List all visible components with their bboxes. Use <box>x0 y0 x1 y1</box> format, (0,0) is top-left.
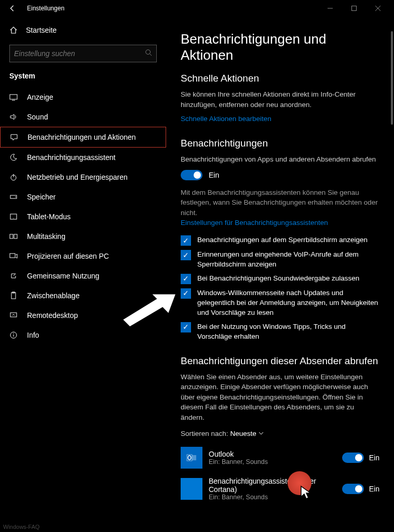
multitask-icon <box>9 232 18 241</box>
svg-rect-14 <box>10 254 15 258</box>
focus-assist-link[interactable]: Einstellungen für Benachrichtigungsassis… <box>181 219 328 227</box>
svg-rect-4 <box>10 95 17 99</box>
senders-title: Benachrichtigungen dieser Absender abruf… <box>181 355 379 367</box>
sender-sub: Ein: Banner, Sounds <box>209 494 336 501</box>
project-icon <box>9 252 18 260</box>
sidebar-item-label: Projizieren auf diesen PC <box>27 252 109 260</box>
sender-toggle[interactable] <box>342 484 364 494</box>
sender-name: Outlook <box>209 450 336 458</box>
svg-rect-23 <box>192 455 196 460</box>
checkbox-lockscreen[interactable]: ✓ <box>181 235 191 246</box>
sidebar-item-label: Benachrichtigungsassistent <box>27 153 115 162</box>
checkbox-reminders[interactable]: ✓ <box>181 250 191 260</box>
search-input[interactable] <box>14 49 145 58</box>
sidebar-item-focus-assist[interactable]: Benachrichtigungsassistent <box>0 148 166 167</box>
maximize-button[interactable] <box>342 0 366 17</box>
svg-line-3 <box>150 54 152 56</box>
quick-actions-desc: Sie können Ihre schnellen Aktionen direk… <box>181 89 379 110</box>
svg-rect-15 <box>11 292 16 299</box>
sidebar-item-label: Netzbetrieb und Energiesparen <box>27 173 128 181</box>
svg-rect-13 <box>14 234 17 238</box>
sidebar-item-sound[interactable]: Sound <box>0 107 166 127</box>
svg-rect-17 <box>10 313 17 317</box>
sender-sub: Ein: Banner, Sounds <box>209 458 336 466</box>
sort-value: Neueste <box>230 430 256 437</box>
titlebar: Einstellungen <box>0 0 394 17</box>
moon-icon <box>9 153 18 162</box>
sound-icon <box>9 113 18 121</box>
sidebar-item-shared[interactable]: Gemeinsame Nutzung <box>0 266 166 286</box>
home-label: Startseite <box>26 26 57 34</box>
sidebar-item-label: Benachrichtigungen und Aktionen <box>28 133 136 141</box>
sidebar-item-remote[interactable]: Remotedesktop <box>0 305 166 325</box>
sidebar: Startseite System Anzeige Sound Benachri… <box>0 17 166 532</box>
search-icon <box>145 49 152 58</box>
sidebar-item-display[interactable]: Anzeige <box>0 87 166 107</box>
close-button[interactable] <box>366 0 390 17</box>
page-heading: Benachrichtigungen und Aktionen <box>181 31 379 63</box>
checkbox-label: Bei Benachrichtigungen Soundwiedergabe z… <box>197 274 359 284</box>
sender-toggle-state: Ein <box>369 485 379 493</box>
sidebar-item-label: Anzeige <box>27 93 53 101</box>
sort-label: Sortieren nach: <box>181 430 228 437</box>
sidebar-item-power[interactable]: Netzbetrieb und Energiesparen <box>0 167 166 187</box>
cortana-icon <box>181 478 202 500</box>
sidebar-item-label: Sound <box>27 113 48 121</box>
checkbox-label: Erinnerungen und eingehende VoIP-Anrufe … <box>197 250 379 270</box>
sort-dropdown[interactable]: Sortieren nach: Neueste <box>181 430 379 437</box>
svg-point-20 <box>13 333 13 334</box>
back-button[interactable] <box>4 5 21 12</box>
power-icon <box>9 173 18 181</box>
search-box[interactable] <box>9 45 157 62</box>
sidebar-category: System <box>0 69 166 87</box>
remote-icon <box>9 311 18 320</box>
senders-desc: Wählen Sie einen Absender aus, um weiter… <box>181 372 379 423</box>
sidebar-item-notifications[interactable]: Benachrichtigungen und Aktionen <box>0 127 166 148</box>
storage-icon <box>9 193 18 201</box>
sender-toggle[interactable] <box>342 453 364 463</box>
sidebar-item-label: Info <box>27 331 39 339</box>
checkbox-label: Benachrichtigungen auf dem Sperrbildschi… <box>197 235 368 245</box>
checkbox-tips[interactable]: ✓ <box>181 322 191 332</box>
content-area: Benachrichtigungen und Aktionen Schnelle… <box>166 17 394 532</box>
display-icon <box>9 93 18 101</box>
home-link[interactable]: Startseite <box>0 21 166 39</box>
svg-point-9 <box>15 196 16 197</box>
tablet-icon <box>9 212 18 221</box>
sidebar-item-label: Speicher <box>27 193 56 201</box>
notifications-toggle[interactable] <box>181 170 202 180</box>
chevron-down-icon <box>259 430 264 437</box>
share-icon <box>9 272 18 280</box>
checkbox-sound[interactable]: ✓ <box>181 274 191 284</box>
clipboard-icon <box>9 291 18 300</box>
sidebar-item-about[interactable]: Info <box>0 325 166 345</box>
info-icon <box>9 331 18 339</box>
sidebar-item-label: Gemeinsame Nutzung <box>27 272 99 280</box>
edit-quick-actions-link[interactable]: Schnelle Aktionen bearbeiten <box>181 115 271 123</box>
watermark: Windows-FAQ <box>3 524 39 530</box>
sidebar-item-label: Zwischenablage <box>27 291 79 300</box>
notifications-title: Benachrichtigungen <box>181 138 379 149</box>
scrollbar[interactable] <box>391 31 393 125</box>
quick-actions-title: Schnelle Aktionen <box>181 73 379 84</box>
checkbox-welcome[interactable]: ✓ <box>181 288 191 299</box>
sidebar-item-label: Tablet-Modus <box>27 212 71 221</box>
outlook-icon <box>181 447 202 469</box>
sidebar-item-clipboard[interactable]: Zwischenablage <box>0 286 166 305</box>
sender-outlook[interactable]: Outlook Ein: Banner, Sounds Ein <box>181 443 379 473</box>
sidebar-item-label: Multitasking <box>27 232 65 241</box>
sidebar-item-storage[interactable]: Speicher <box>0 187 166 207</box>
svg-point-11 <box>13 218 13 218</box>
sidebar-item-projecting[interactable]: Projizieren auf diesen PC <box>0 246 166 266</box>
sidebar-item-label: Remotedesktop <box>27 311 78 320</box>
sender-toggle-state: Ein <box>369 454 379 462</box>
svg-rect-12 <box>10 234 13 238</box>
sender-cortana[interactable]: Benachrichtigungsassistent (über Cortana… <box>181 473 379 505</box>
svg-point-2 <box>146 50 151 55</box>
minimize-button[interactable] <box>318 0 342 17</box>
focus-assist-desc: Mit dem Benachrichtigungsassistenten kön… <box>181 188 379 218</box>
window-title: Einstellungen <box>21 5 318 12</box>
sidebar-item-tablet[interactable]: Tablet-Modus <box>0 207 166 227</box>
sidebar-item-multitasking[interactable]: Multitasking <box>0 227 166 246</box>
notifications-toggle-state: Ein <box>209 171 219 179</box>
